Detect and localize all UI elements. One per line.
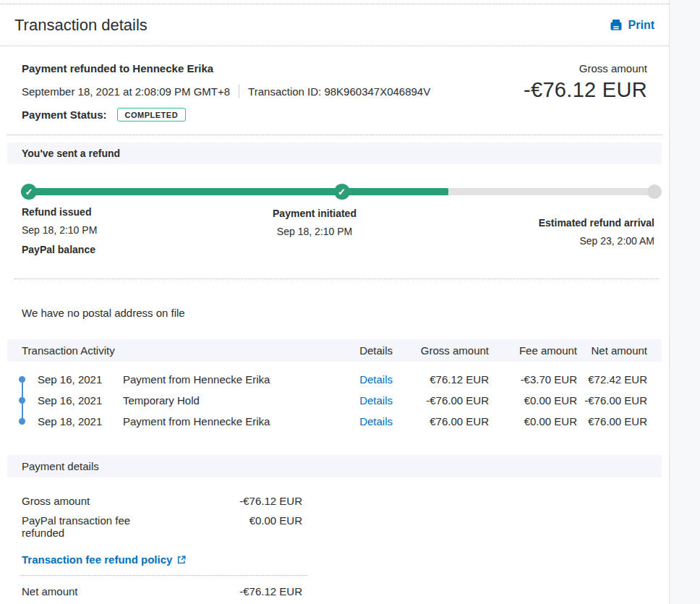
refund-headline: Payment refunded to Hennecke Erika <box>22 62 430 75</box>
column-header-net: Net amount <box>577 344 647 357</box>
refund-tracker: ✓ ✓ Refund issued Sep 18, 2:10 PM PayPal… <box>0 164 669 278</box>
detail-value: €0.00 EUR <box>195 514 302 539</box>
payment-details-rows: Gross amount -€76.12 EUR PayPal transact… <box>0 477 669 539</box>
row-date: Sep 18, 2021 <box>38 415 107 428</box>
summary-right: Gross amount -€76.12 EUR <box>524 62 647 122</box>
row-description: Temporary Hold <box>123 394 329 407</box>
row-date: Sep 16, 2021 <box>38 394 107 407</box>
detail-row: Net amount -€76.12 EUR <box>22 585 669 597</box>
transaction-activity-title: Transaction Activity <box>22 344 329 357</box>
transaction-fee-refund-policy-link[interactable]: Transaction fee refund policy <box>22 553 669 566</box>
row-gross-amount: -€76.00 EUR <box>393 394 489 407</box>
step-label: Payment initiated <box>257 208 372 219</box>
row-date: Sep 16, 2021 <box>38 373 107 386</box>
row-description: Payment from Hennecke Erika <box>123 415 329 428</box>
check-glyph: ✓ <box>25 187 33 197</box>
check-glyph: ✓ <box>338 187 346 197</box>
detail-label: Net amount <box>22 585 195 597</box>
column-header-gross: Gross amount <box>393 344 489 357</box>
detail-label: PayPal transaction fee refunded <box>22 514 195 539</box>
details-link[interactable]: Details <box>329 415 393 428</box>
detail-row: Gross amount -€76.12 EUR <box>22 495 669 507</box>
transaction-id: Transaction ID: 98K960347X046894V <box>248 85 430 98</box>
row-description: Payment from Hennecke Erika <box>123 373 329 386</box>
external-link-icon <box>176 555 187 565</box>
step-datetime: Sep 18, 2:10 PM <box>257 226 372 237</box>
refund-tracker-header: You've sent a refund <box>7 143 662 164</box>
step-label: Refund issued <box>22 206 97 218</box>
step-pending-dot <box>647 184 662 199</box>
timeline-connector <box>22 379 23 421</box>
net-amount-section: Net amount -€76.12 EUR <box>0 585 669 597</box>
details-link[interactable]: Details <box>329 394 393 407</box>
row-fee-amount: €0.00 EUR <box>489 415 577 428</box>
step-complete-check-icon: ✓ <box>334 184 350 200</box>
transaction-datetime: September 18, 2021 at 2:08:09 PM GMT+8 <box>22 85 230 98</box>
postal-address-note: We have no postal address on file <box>0 279 669 319</box>
date-and-id-row: September 18, 2021 at 2:08:09 PM GMT+8 T… <box>22 85 430 98</box>
transaction-details-card: Transaction details Print Payment refund… <box>0 4 669 604</box>
gross-amount-label: Gross amount <box>524 62 647 75</box>
detail-label: Gross amount <box>22 495 195 507</box>
table-row: Sep 16, 2021 Payment from Hennecke Erika… <box>7 369 662 390</box>
page-title: Transaction details <box>14 16 148 35</box>
page-background-gutter <box>669 0 700 604</box>
row-fee-amount: -€3.70 EUR <box>489 373 577 386</box>
dotted-divider <box>20 575 307 576</box>
detail-row: PayPal transaction fee refunded €0.00 EU… <box>22 514 669 539</box>
tracker-step-refund-issued: Refund issued Sep 18, 2:10 PM PayPal bal… <box>22 206 97 255</box>
status-badge: COMPLETED <box>117 108 187 122</box>
funding-source: PayPal balance <box>22 244 97 255</box>
step-datetime: Sep 18, 2:10 PM <box>22 224 97 236</box>
transaction-summary: Payment refunded to Hennecke Erika Septe… <box>7 46 662 135</box>
column-header-fee: Fee amount <box>489 344 577 357</box>
row-gross-amount: €76.12 EUR <box>393 373 489 386</box>
progress-bar-fill <box>29 188 448 195</box>
refund-tracker-title: You've sent a refund <box>22 148 120 159</box>
policy-link-label: Transaction fee refund policy <box>22 553 172 566</box>
summary-left: Payment refunded to Hennecke Erika Septe… <box>22 62 430 122</box>
transaction-activity-header: Transaction Activity Details Gross amoun… <box>7 339 662 362</box>
payment-status-label: Payment Status: <box>22 109 107 121</box>
step-complete-check-icon: ✓ <box>21 184 37 200</box>
payment-details-header: Payment details <box>7 455 662 477</box>
gross-amount-value: -€76.12 EUR <box>524 78 647 102</box>
row-net-amount: €76.00 EUR <box>577 415 647 428</box>
tracker-step-payment-initiated: Payment initiated Sep 18, 2:10 PM <box>257 208 372 245</box>
detail-value: -€76.12 EUR <box>195 585 302 597</box>
detail-value: -€76.12 EUR <box>195 495 302 507</box>
tracker-step-estimated-arrival: Estimated refund arrival Sep 23, 2:00 AM <box>539 217 654 255</box>
row-net-amount: €72.42 EUR <box>577 373 647 386</box>
step-datetime: Sep 23, 2:00 AM <box>539 235 654 247</box>
payment-details-title: Payment details <box>22 460 99 472</box>
printer-icon <box>609 18 623 33</box>
table-row: Sep 18, 2021 Payment from Hennecke Erika… <box>7 411 662 432</box>
column-header-details: Details <box>329 344 393 357</box>
details-link[interactable]: Details <box>329 373 393 386</box>
card-header: Transaction details Print <box>0 4 669 46</box>
print-button[interactable]: Print <box>609 18 654 33</box>
payment-status-row: Payment Status: COMPLETED <box>22 108 430 122</box>
progress-bar: ✓ ✓ <box>29 188 654 195</box>
print-label: Print <box>628 19 654 32</box>
row-gross-amount: €76.00 EUR <box>393 415 489 428</box>
row-net-amount: -€76.00 EUR <box>577 394 647 407</box>
vertical-divider <box>239 85 239 98</box>
step-label: Estimated refund arrival <box>539 217 654 229</box>
row-fee-amount: €0.00 EUR <box>489 394 577 407</box>
table-row: Sep 16, 2021 Temporary Hold Details -€76… <box>7 390 662 411</box>
transaction-activity-rows: Sep 16, 2021 Payment from Hennecke Erika… <box>7 362 662 439</box>
